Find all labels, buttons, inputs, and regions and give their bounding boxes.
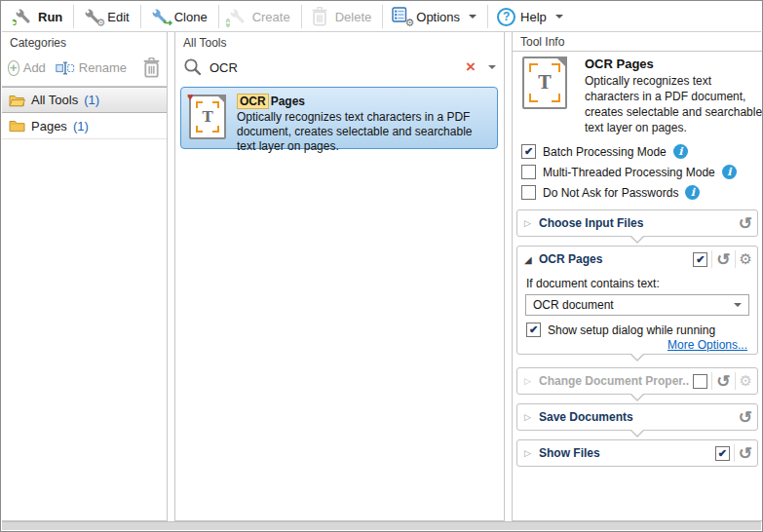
all-tools-panel-title: All Tools xyxy=(175,32,504,52)
clone-button[interactable]: ↪ Clone xyxy=(144,4,215,29)
open-folder-icon xyxy=(9,94,25,107)
options-label: Options xyxy=(416,10,460,24)
section-enabled-checkbox[interactable]: ✔ xyxy=(715,446,730,461)
expander-icon[interactable]: ▷ xyxy=(524,412,536,422)
search-dropdown-icon[interactable] xyxy=(488,65,496,69)
help-button[interactable]: ? Help xyxy=(491,5,571,29)
categories-toolbar: + Add Rename xyxy=(2,52,167,87)
folder-icon xyxy=(9,119,25,133)
category-count: (1) xyxy=(84,93,99,107)
no-passwords-checkbox[interactable] xyxy=(521,185,536,200)
edit-button[interactable]: ⚙ Edit xyxy=(77,4,136,29)
toolbar-separator xyxy=(140,5,141,28)
reset-icon[interactable]: ↺ xyxy=(739,215,752,232)
run-button[interactable]: ▶ Run xyxy=(8,4,70,29)
tool-item-description: Optically recognizes text characters in … xyxy=(237,110,489,154)
tool-search-bar: × xyxy=(175,52,504,83)
edit-wrench-icon: ⚙ xyxy=(83,7,102,26)
search-input[interactable] xyxy=(210,60,457,75)
info-icon[interactable]: i xyxy=(685,185,700,200)
main-toolbar: ▶ Run ⚙ Edit ↪ Clone + Create xyxy=(2,2,761,32)
clone-label: Clone xyxy=(174,10,208,24)
rename-category-button: Rename xyxy=(79,60,127,75)
options-list-icon: ⚙ xyxy=(392,7,411,26)
multi-threaded-row: Multi-Threaded Processing Mode i xyxy=(521,164,737,180)
delete-category-icon xyxy=(142,57,161,78)
play-badge-icon: ▶ xyxy=(12,19,17,25)
expander-icon[interactable]: ◢ xyxy=(524,254,536,265)
ocr-action-select[interactable]: OCR document xyxy=(525,294,749,316)
delete-button: Delete xyxy=(305,4,380,29)
all-tools-panel: All Tools × T ♥ OCRPages Optically recog… xyxy=(174,32,505,521)
create-label: Create xyxy=(252,10,290,24)
tool-info-description: Optically recognizes text characters in … xyxy=(585,73,763,135)
toolbar-separator xyxy=(382,5,383,28)
batch-processing-row: ✔ Batch Processing Mode i xyxy=(521,143,688,160)
tool-info-name: OCR Pages xyxy=(585,57,654,71)
section-enabled-checkbox[interactable] xyxy=(693,374,707,389)
options-button[interactable]: ⚙ Options xyxy=(386,4,484,29)
category-item-all-tools[interactable]: All Tools (1) xyxy=(2,87,167,113)
categories-panel-title: Categories xyxy=(2,32,167,52)
chevron-down-icon xyxy=(555,15,563,19)
contains-text-label: If document contains text: xyxy=(526,277,748,290)
toolbar-separator xyxy=(301,5,302,28)
clone-arrow-icon: ↪ xyxy=(163,18,172,28)
tool-info-panel: Tool Info T OCR Pages Optically recogniz… xyxy=(512,32,763,521)
toolbar-separator xyxy=(218,5,219,28)
section-save-documents: ▷ Save Documents ↺ xyxy=(516,403,758,431)
run-label: Run xyxy=(38,10,62,24)
categories-panel: Categories + Add Rename All Tools (1) Pa… xyxy=(2,32,168,521)
add-category-button: Add xyxy=(23,60,46,75)
plus-badge-icon: + xyxy=(226,19,231,27)
gear-badge-icon: ⚙ xyxy=(95,18,105,28)
section-enabled-checkbox[interactable]: ✔ xyxy=(693,252,707,267)
delete-label: Delete xyxy=(335,10,372,24)
reset-icon[interactable]: ↺ xyxy=(739,409,752,426)
more-options-link[interactable]: More Options... xyxy=(517,338,747,352)
expander-icon[interactable]: ▷ xyxy=(524,218,536,228)
section-choose-input-files: ▷ Choose Input Files ↺ xyxy=(516,209,758,237)
help-label: Help xyxy=(520,10,547,24)
add-category-icon: + xyxy=(8,60,19,76)
trash-icon xyxy=(311,7,330,26)
gear-badge-icon: ⚙ xyxy=(404,18,414,28)
category-item-pages[interactable]: Pages (1) xyxy=(2,113,167,139)
edit-label: Edit xyxy=(107,10,129,24)
run-wrench-icon: ▶ xyxy=(14,7,33,26)
ocr-tool-icon-large: T xyxy=(522,57,567,109)
reset-icon[interactable]: ↺ xyxy=(716,373,730,390)
tool-list-item-ocr-pages[interactable]: T ♥ OCRPages Optically recognizes text c… xyxy=(180,87,498,149)
section-ocr-pages: ◢ OCR Pages ✔ ↺ ⚙ If document contains t… xyxy=(516,246,758,355)
toolbar-separator xyxy=(73,5,74,28)
info-icon[interactable]: i xyxy=(722,165,737,179)
search-match-highlight: OCR xyxy=(237,94,269,109)
gear-icon[interactable]: ⚙ xyxy=(740,251,752,267)
tool-item-title: OCRPages xyxy=(237,95,489,109)
search-icon xyxy=(183,57,203,77)
rename-category-icon xyxy=(56,60,75,76)
chevron-down-icon xyxy=(734,303,742,307)
batch-processing-checkbox[interactable]: ✔ xyxy=(521,144,536,159)
show-setup-dialog-row: ✔ Show setup dialog while running xyxy=(526,323,748,337)
expander-icon[interactable]: ▷ xyxy=(524,448,536,458)
chevron-down-icon xyxy=(469,15,477,19)
category-label: All Tools xyxy=(31,93,78,107)
expander-icon[interactable]: ▷ xyxy=(524,376,536,386)
ocr-tool-icon: T ♥ xyxy=(189,95,226,139)
bottom-splitter-bar[interactable]: ▲ xyxy=(2,521,761,530)
clone-wrench-icon: ↪ xyxy=(150,7,170,26)
show-setup-dialog-checkbox[interactable]: ✔ xyxy=(526,323,541,337)
info-icon[interactable]: i xyxy=(673,144,688,159)
tool-item-text: OCRPages Optically recognizes text chara… xyxy=(237,95,489,141)
no-passwords-row: Do Not Ask for Passwords i xyxy=(521,184,700,201)
multi-threaded-checkbox[interactable] xyxy=(521,165,536,179)
tools-manager-window: ▶ Run ⚙ Edit ↪ Clone + Create xyxy=(0,0,763,532)
section-show-files: ▷ Show Files ✔ ↺ xyxy=(516,439,758,467)
reset-icon[interactable]: ↺ xyxy=(739,445,752,462)
reset-icon[interactable]: ↺ xyxy=(716,251,730,268)
toolbar-separator xyxy=(487,5,488,28)
clear-search-icon[interactable]: × xyxy=(464,59,477,75)
gear-icon: ⚙ xyxy=(740,373,752,389)
help-question-icon: ? xyxy=(497,8,515,26)
